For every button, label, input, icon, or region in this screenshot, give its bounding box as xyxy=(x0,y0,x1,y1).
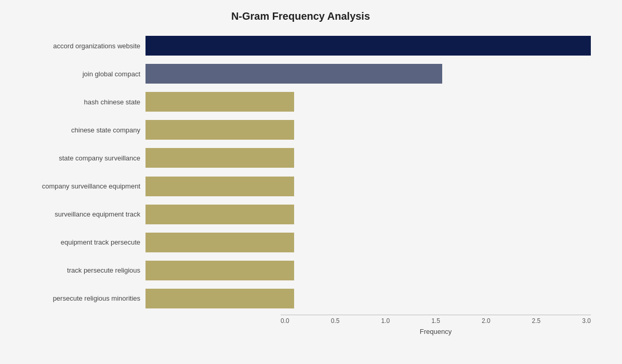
bar-row: hash chinese state xyxy=(10,89,591,115)
bar-track xyxy=(145,36,591,56)
axis-tick: 1.0 xyxy=(381,317,390,325)
bar-row: join global compact xyxy=(10,61,591,87)
bar-label: join global compact xyxy=(10,70,145,78)
bar-row: track persecute religious xyxy=(10,258,591,284)
axis-tick: 3.0 xyxy=(582,317,591,325)
chart-container: N-Gram Frequency Analysis accord organiz… xyxy=(0,0,622,364)
axis-tick: 2.5 xyxy=(532,317,541,325)
axis-tick: 0.5 xyxy=(331,317,340,325)
bar-row: accord organizations website xyxy=(10,33,591,59)
bar-label: accord organizations website xyxy=(10,42,145,50)
bar-label: track persecute religious xyxy=(10,266,145,274)
bar-fill xyxy=(145,64,442,84)
bar-fill xyxy=(145,205,294,224)
bar-fill xyxy=(145,289,294,308)
bar-row: state company surveillance xyxy=(10,145,591,171)
x-axis: 0.00.51.01.52.02.53.0 Frequency xyxy=(281,315,591,335)
bar-row: company surveillance equipment xyxy=(10,173,591,199)
bar-label: persecute religious minorities xyxy=(10,294,145,302)
bar-track xyxy=(145,120,591,140)
bar-label: hash chinese state xyxy=(10,98,145,106)
bar-fill xyxy=(145,92,294,112)
bar-track xyxy=(145,148,591,168)
bar-label: equipment track persecute xyxy=(10,238,145,246)
bar-label: company surveillance equipment xyxy=(10,182,145,190)
bar-track xyxy=(145,289,591,308)
axis-tick: 0.0 xyxy=(281,317,289,325)
bar-fill xyxy=(145,261,294,280)
bar-fill xyxy=(145,148,294,168)
chart-area: accord organizations websitejoin global … xyxy=(10,32,591,313)
axis-tick: 1.5 xyxy=(431,317,440,325)
bar-label: surveillance equipment track xyxy=(10,210,145,218)
bar-row: chinese state company xyxy=(10,117,591,143)
bar-row: persecute religious minorities xyxy=(10,286,591,312)
bar-fill xyxy=(145,36,591,56)
axis-tick: 2.0 xyxy=(482,317,491,325)
bar-track xyxy=(145,92,591,112)
bar-track xyxy=(145,233,591,252)
bar-track xyxy=(145,205,591,224)
bar-track xyxy=(145,261,591,280)
bar-fill xyxy=(145,177,294,196)
bar-row: equipment track persecute xyxy=(10,230,591,255)
bar-fill xyxy=(145,233,294,252)
axis-label: Frequency xyxy=(281,328,591,335)
chart-title: N-Gram Frequency Analysis xyxy=(10,10,591,22)
bar-track xyxy=(145,64,591,84)
bar-fill xyxy=(145,120,294,140)
bar-row: surveillance equipment track xyxy=(10,201,591,227)
bar-label: state company surveillance xyxy=(10,154,145,162)
bar-track xyxy=(145,177,591,196)
bar-label: chinese state company xyxy=(10,126,145,134)
